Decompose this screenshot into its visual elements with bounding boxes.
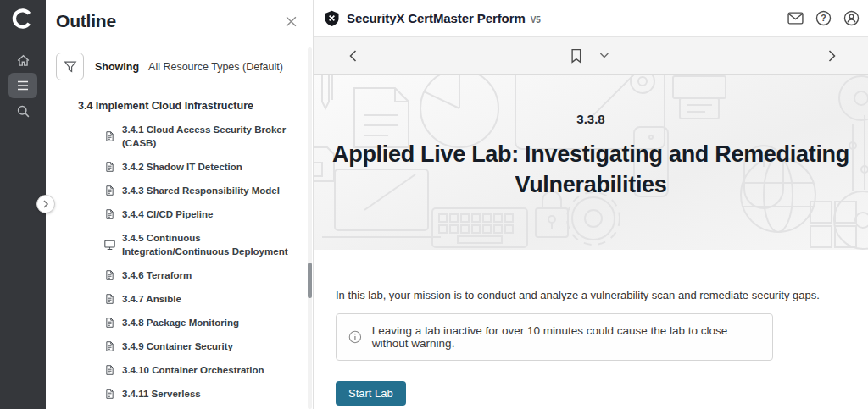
document-icon [103, 185, 116, 196]
close-icon [285, 15, 298, 28]
mission-text: In this lab, your mission is to conduct … [336, 289, 844, 302]
product-title: SecurityX CertMaster Perform [347, 11, 526, 25]
outline-title: Outline [56, 10, 116, 32]
bookmark-button[interactable] [566, 47, 586, 65]
home-button[interactable] [8, 47, 37, 73]
document-icon [103, 340, 116, 352]
outline-menu-button[interactable] [8, 73, 37, 98]
outline-panel: Outline Showing All Resource Types (Defa… [46, 0, 314, 409]
collapse-panel-button[interactable] [36, 195, 55, 213]
filter-button[interactable] [56, 53, 84, 80]
bookmark-menu-button[interactable] [596, 51, 612, 60]
messages-button[interactable] [787, 12, 804, 25]
document-icon [103, 161, 116, 173]
outline-item[interactable]: 3.4.3 Shared Responsibility Model [103, 184, 313, 197]
help-icon: ? [815, 10, 832, 26]
outline-item-label: 3.4.6 Terraform [122, 268, 296, 282]
outline-item[interactable]: 3.4.5 Continuous Integration/Continuous … [103, 231, 313, 258]
chevron-right-icon [828, 50, 836, 62]
outline-item[interactable]: 3.4.4 CI/CD Pipeline [103, 207, 313, 221]
start-lab-button[interactable]: Start Lab [336, 381, 406, 406]
app-window: Outline Showing All Resource Types (Defa… [0, 0, 868, 409]
securityx-shield-icon [324, 10, 340, 27]
outline-item[interactable]: 3.4.6 Terraform [103, 268, 313, 282]
outline-item-label: 3.4.10 Container Orchestration [122, 363, 296, 377]
document-icon [103, 317, 116, 329]
outline-item-label: 3.4.5 Continuous Integration/Continuous … [122, 231, 296, 258]
outline-item-label: 3.4.11 Serverless [122, 387, 296, 401]
outline-item[interactable]: 3.4.9 Container Security [103, 340, 313, 353]
bookmark-icon [570, 48, 582, 64]
chevron-down-icon [599, 53, 609, 58]
outline-item[interactable]: 3.4.8 Package Monitoring [103, 316, 313, 329]
main-content: SecurityX CertMaster Perform V5 ? [314, 0, 868, 409]
notice-text: Leaving a lab inactive for over 10 minut… [372, 324, 760, 350]
outline-item[interactable]: 3.4.10 Container Orchestration [103, 363, 313, 377]
outline-item-label: 3.4.4 CI/CD Pipeline [122, 207, 296, 221]
next-page-button[interactable] [823, 47, 841, 65]
account-button[interactable] [843, 10, 860, 26]
product-version: V5 [531, 15, 541, 25]
document-icon [103, 388, 116, 400]
outline-scrollbar-thumb[interactable] [308, 263, 312, 298]
search-button[interactable] [8, 98, 37, 124]
chevron-right-icon [42, 200, 49, 208]
section-number: 3.3.8 [314, 112, 868, 127]
help-button[interactable]: ? [815, 10, 832, 26]
outline-item-label: 3.4.2 Shadow IT Detection [122, 160, 296, 174]
lesson-body: In this lab, your mission is to conduct … [314, 250, 868, 406]
outline-item[interactable]: 3.4.7 Ansible [103, 292, 313, 306]
document-icon [103, 293, 116, 305]
outline-item-label: 3.4.7 Ansible [122, 292, 296, 306]
document-icon [103, 130, 116, 142]
menu-icon [16, 80, 30, 91]
account-icon [843, 10, 860, 26]
filter-row: Showing All Resource Types (Default) [56, 53, 313, 80]
document-icon [103, 208, 116, 220]
mail-icon [787, 12, 804, 25]
lesson-hero-banner: 3.3.8 Applied Live Lab: Investigating an… [314, 75, 868, 250]
outline-section-header[interactable]: 3.4 Implement Cloud Infrastructure [46, 99, 313, 113]
outline-list: 3.4 Implement Cloud Infrastructure 3.4.1… [46, 99, 313, 401]
outline-item[interactable]: 3.4.11 Serverless [103, 387, 313, 401]
home-icon [16, 53, 31, 68]
chevron-left-icon [349, 50, 357, 62]
close-outline-button[interactable] [281, 12, 301, 34]
outline-item-label: 3.4.8 Package Monitoring [122, 316, 296, 329]
filter-funnel-icon [64, 60, 77, 74]
previous-page-button[interactable] [344, 47, 362, 65]
page-title: Applied Live Lab: Investigating and Reme… [332, 139, 849, 200]
svg-text:?: ? [821, 13, 826, 23]
outline-item[interactable]: 3.4.2 Shadow IT Detection [103, 160, 313, 174]
document-icon [103, 364, 116, 376]
product-header: SecurityX CertMaster Perform V5 ? [314, 0, 868, 37]
outline-item-label: 3.4.1 Cloud Access Security Broker (CASB… [122, 123, 296, 150]
outline-item-label: 3.4.9 Container Security [122, 340, 296, 353]
info-icon [348, 329, 362, 345]
monitor-icon [103, 239, 116, 251]
filter-value: All Resource Types (Default) [148, 61, 283, 73]
search-icon [16, 104, 31, 119]
comptia-logo[interactable] [0, 0, 46, 37]
outline-scrollbar-track[interactable] [308, 47, 312, 409]
document-icon [103, 269, 116, 281]
outline-item-label: 3.4.3 Shared Responsibility Model [122, 184, 296, 197]
comptia-c-icon [11, 7, 35, 30]
outline-item[interactable]: 3.4.1 Cloud Access Security Broker (CASB… [103, 123, 313, 150]
inactivity-notice: Leaving a lab inactive for over 10 minut… [336, 313, 773, 361]
filter-showing-label: Showing [95, 61, 139, 73]
lesson-toolbar [314, 37, 868, 75]
